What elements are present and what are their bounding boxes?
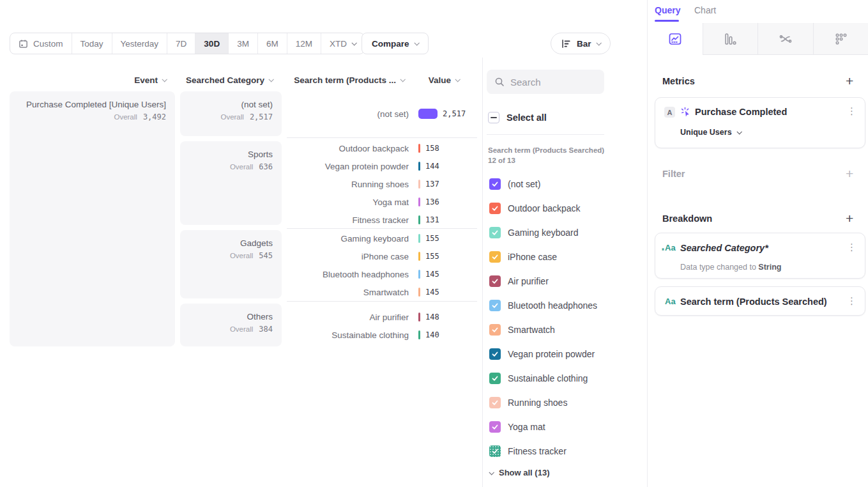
report-type-tabs [648, 23, 868, 55]
legend-item[interactable]: Gaming keyboard [489, 226, 579, 239]
note-value: String [758, 263, 781, 272]
date-range-3m[interactable]: 3M [229, 33, 258, 54]
date-range-today[interactable]: Today [72, 33, 112, 54]
term-row[interactable]: Bluetooth headphones 145 [287, 265, 478, 283]
legend-item[interactable]: Smartwatch [489, 323, 555, 336]
tab-retention[interactable] [814, 23, 868, 55]
legend-item[interactable]: Bluetooth headphones [489, 299, 597, 312]
checkbox[interactable] [489, 275, 501, 287]
chart-type-button[interactable]: Bar [551, 33, 611, 54]
compare-button[interactable]: Compare [362, 33, 429, 54]
term-row[interactable]: Sustainable clothing 140 [287, 326, 478, 344]
insights-icon [667, 31, 683, 47]
category-cell[interactable]: Sports Overall636 [180, 141, 282, 225]
legend-item[interactable]: Vegan protein powder [489, 348, 595, 360]
breakdown-menu-button[interactable]: ⋮ [847, 243, 857, 252]
legend-item[interactable]: (not set) [489, 178, 540, 190]
legend-item[interactable]: Running shoes [489, 396, 567, 409]
search-input[interactable] [510, 77, 593, 88]
checkbox[interactable] [489, 421, 501, 433]
date-range-6m[interactable]: 6M [258, 33, 287, 54]
column-header-label: Event [134, 75, 158, 85]
term-row[interactable]: Yoga mat 136 [287, 193, 478, 211]
flows-icon [778, 31, 793, 47]
column-header-search-term[interactable]: Search term (Products ... [287, 74, 404, 86]
term-row[interactable]: (not set) 2,517 [287, 105, 478, 123]
column-header-value[interactable]: Value [413, 74, 459, 86]
tab-query[interactable]: Query [655, 5, 680, 15]
term-row[interactable]: Gaming keyboard 155 [287, 229, 478, 247]
breakdown-card[interactable]: Aa Search term (Products Searched) ⋮ [655, 286, 865, 316]
check-icon [491, 205, 499, 212]
checkbox[interactable] [489, 300, 501, 311]
term-label: Gaming keyboard [287, 234, 409, 244]
checkbox[interactable] [489, 373, 501, 384]
breakdown-menu-button[interactable]: ⋮ [847, 297, 857, 305]
date-range-yesterday[interactable]: Yesterday [112, 33, 168, 54]
row-group-divider [287, 137, 477, 138]
measure-dropdown[interactable]: Unique Users [680, 128, 741, 137]
event-cell[interactable]: Purchase Completed [Unique Users] Overal… [10, 91, 175, 346]
checkbox[interactable] [489, 251, 501, 263]
term-row[interactable]: iPhone case 155 [287, 247, 478, 265]
show-all-toggle[interactable]: Show all (13) [489, 468, 549, 477]
breakdown-card[interactable]: Aa * Searched Category* ⋮ Data type chan… [655, 233, 865, 279]
date-range-12m[interactable]: 12M [287, 33, 321, 54]
breakdown-property-name: Searched Category* [680, 243, 768, 253]
date-range-xtd[interactable]: XTD [321, 33, 364, 54]
date-range-30d[interactable]: 30D [195, 33, 229, 54]
string-property-icon: Aa [665, 297, 676, 306]
category-cell[interactable]: Gadgets Overall545 [180, 230, 282, 298]
legend-item[interactable]: Fitness tracker [489, 445, 567, 458]
checkbox[interactable] [489, 178, 501, 190]
legend-item[interactable]: iPhone case [489, 251, 557, 263]
term-row[interactable]: Fitness tracker 131 [287, 211, 478, 229]
checkbox[interactable] [489, 227, 501, 238]
term-row[interactable]: Smartwatch 145 [287, 283, 478, 301]
tab-chart[interactable]: Chart [694, 5, 716, 15]
add-metric-button[interactable]: + [846, 75, 853, 88]
legend-search[interactable] [487, 70, 604, 94]
checkbox[interactable] [489, 348, 501, 360]
legend-item[interactable]: Outdoor backpack [489, 202, 581, 215]
term-row[interactable]: Outdoor backpack 158 [287, 139, 478, 157]
chevron-down-icon [596, 40, 601, 45]
legend-item-label: Smartwatch [508, 325, 555, 335]
term-row[interactable]: Running shoes 137 [287, 175, 478, 193]
legend-item[interactable]: Air purifier [489, 275, 549, 288]
category-name: Others [180, 312, 273, 321]
date-range-label: 30D [204, 39, 220, 49]
event-overall: Overall 3,492 [10, 112, 166, 121]
term-row[interactable]: Air purifier 148 [287, 308, 478, 326]
column-header-event[interactable]: Event [10, 74, 166, 86]
column-header-searched-category[interactable]: Searched Category [180, 74, 273, 86]
legend-item[interactable]: Sustainable clothing [489, 372, 588, 385]
tab-insights[interactable] [648, 23, 703, 55]
date-range-7d[interactable]: 7D [167, 33, 195, 54]
add-breakdown-button[interactable]: + [846, 212, 853, 225]
date-range-custom[interactable]: Custom [10, 33, 72, 54]
checkbox[interactable] [489, 445, 501, 457]
category-cell[interactable]: Others Overall384 [180, 304, 282, 346]
checkbox[interactable] [489, 324, 501, 336]
tab-funnels[interactable] [703, 23, 759, 55]
select-all-row[interactable]: Select all [488, 111, 547, 124]
checkbox[interactable] [489, 397, 501, 408]
metric-card[interactable]: A Purchase Completed ⋮ Unique Users [655, 97, 865, 148]
tab-flows[interactable] [758, 23, 814, 55]
search-icon [494, 77, 505, 87]
chevron-down-icon [268, 77, 273, 82]
legend-item[interactable]: Yoga mat [489, 421, 545, 433]
term-row[interactable]: Vegan protein powder 144 [287, 157, 478, 175]
add-filter-button[interactable]: + [846, 167, 853, 180]
checkbox[interactable] [489, 203, 501, 214]
select-all-checkbox[interactable] [488, 112, 499, 123]
overall-label: Overall [230, 325, 253, 333]
date-range-label: Today [80, 39, 103, 49]
metric-menu-button[interactable]: ⋮ [847, 107, 857, 116]
category-cell[interactable]: (not set) Overall2,517 [180, 91, 282, 136]
term-label: Smartwatch [287, 288, 409, 297]
term-label: Sustainable clothing [287, 330, 409, 340]
value-bar [418, 313, 420, 321]
string-property-icon: Aa [665, 243, 676, 252]
